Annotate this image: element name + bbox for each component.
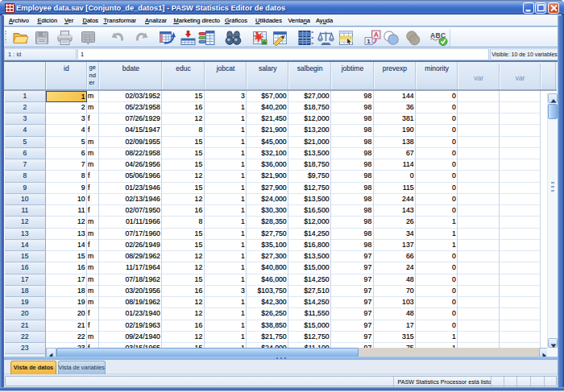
svg-text:A: A <box>374 31 379 39</box>
svg-text:1: 1 <box>367 38 371 45</box>
